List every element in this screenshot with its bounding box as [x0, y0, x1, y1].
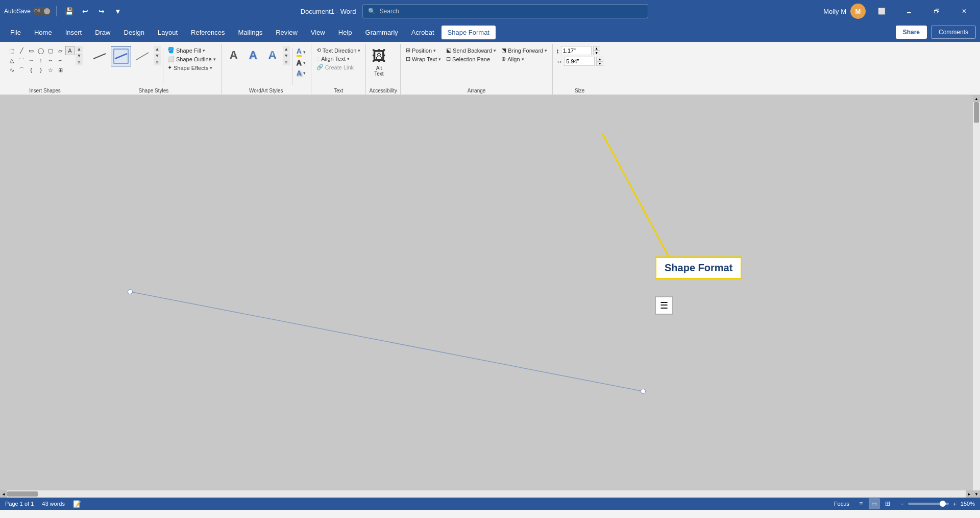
style-scroll-up[interactable]: ▲ [154, 46, 161, 52]
shape-outline-button[interactable]: ⬜ Shape Outline ▾ [165, 55, 218, 63]
shape-star-icon[interactable]: ☆ [46, 65, 55, 75]
comments-button[interactable]: Comments [931, 26, 976, 39]
wordart-scroll-more[interactable]: ≡ [283, 59, 290, 65]
share-button[interactable]: Share [896, 26, 927, 39]
create-link-button[interactable]: 🔗 Create Link [314, 63, 363, 72]
style-scroll-more[interactable]: ≡ [154, 59, 161, 65]
shape-fill-button[interactable]: 🪣 Shape Fill ▾ [165, 46, 218, 55]
menu-grammarly[interactable]: Grammarly [359, 26, 404, 39]
shape-more1-icon[interactable]: ▱ [56, 46, 65, 55]
style-scroll-down[interactable]: ▼ [154, 53, 161, 59]
shape-bracket-icon[interactable]: } [36, 65, 45, 75]
align-text-dropdown[interactable]: ▾ [347, 56, 350, 61]
align-dropdown[interactable]: ▾ [522, 57, 524, 62]
restore-down-icon[interactable]: ⬜ [870, 0, 893, 22]
shape-tri-icon[interactable]: △ [7, 56, 16, 65]
style-none[interactable] [89, 46, 110, 66]
scroll-right-button[interactable]: ► [966, 490, 973, 498]
scroll-up-button[interactable]: ▲ [973, 95, 980, 102]
wordart-style-2[interactable]: A [244, 46, 262, 64]
menu-acrobat[interactable]: Acrobat [405, 26, 440, 39]
height-input[interactable] [561, 46, 592, 55]
shape-expand-icon[interactable]: ⊞ [56, 65, 65, 75]
style-gray-line[interactable] [132, 46, 153, 66]
selection-pane-button[interactable]: ⊟ Selection Pane [444, 55, 498, 63]
menu-help[interactable]: Help [332, 26, 358, 39]
zoom-slider[interactable] [908, 503, 949, 505]
position-button[interactable]: ⊞ Position ▾ [404, 46, 443, 55]
wrap-text-button[interactable]: ⊡ Wrap Text ▾ [404, 55, 443, 63]
scroll-down-button[interactable]: ▼ [973, 490, 980, 498]
shape-brace2-icon[interactable]: { [27, 65, 36, 75]
user-avatar[interactable]: M [850, 4, 866, 19]
height-down-arrow[interactable]: ▼ [593, 51, 600, 55]
text-fill-button[interactable]: A ▾ [295, 46, 308, 58]
search-box[interactable]: 🔍 Search [362, 4, 648, 18]
line-endpoint-start[interactable] [128, 289, 133, 294]
text-effects-button[interactable]: A ▾ [295, 68, 308, 78]
shape-rect-icon[interactable]: ▭ [27, 46, 36, 55]
menu-references[interactable]: References [185, 26, 231, 39]
menu-view[interactable]: View [305, 26, 331, 39]
text-direction-button[interactable]: ⟲ Text Direction ▾ [314, 46, 363, 55]
menu-home[interactable]: Home [28, 26, 58, 39]
bring-forward-dropdown[interactable]: ▾ [545, 48, 547, 53]
text-outline-dropdown[interactable]: ▾ [303, 60, 306, 65]
shape-brace-icon[interactable]: ⌒ [17, 65, 26, 75]
menu-draw[interactable]: Draw [89, 26, 116, 39]
menu-review[interactable]: Review [270, 26, 304, 39]
line-endpoint-end[interactable] [641, 389, 646, 394]
autosave-pill[interactable]: Off [33, 7, 51, 15]
alt-text-button[interactable]: 🖼 AltText [369, 46, 388, 78]
vertical-scrollbar[interactable]: ▲ ▼ [973, 95, 980, 498]
width-down-arrow[interactable]: ▼ [596, 61, 603, 66]
scroll-track-horizontal[interactable] [7, 490, 966, 498]
shape-effects-dropdown[interactable]: ▾ [210, 65, 212, 70]
wrap-text-dropdown[interactable]: ▾ [438, 57, 441, 62]
horizontal-scrollbar[interactable]: ◄ ► [0, 490, 973, 498]
width-up-arrow[interactable]: ▲ [596, 57, 603, 61]
bring-forward-button[interactable]: ⬔ Bring Forward ▾ [499, 46, 549, 55]
text-direction-dropdown[interactable]: ▾ [358, 48, 360, 53]
menu-design[interactable]: Design [118, 26, 151, 39]
menu-file[interactable]: File [4, 26, 27, 39]
shape-curve-icon[interactable]: ⌒ [17, 56, 26, 65]
height-up-arrow[interactable]: ▲ [593, 46, 600, 51]
position-dropdown[interactable]: ▾ [433, 48, 436, 53]
shape-corner-icon[interactable]: ⌐ [56, 56, 65, 65]
scroll-thumb-vertical[interactable] [974, 102, 979, 123]
scroll-left-button[interactable]: ◄ [0, 490, 7, 498]
wordart-scroll-up[interactable]: ▲ [283, 46, 290, 52]
view-normal-button[interactable]: ≡ [855, 498, 867, 509]
shapes-scroll-down[interactable]: ▼ [76, 53, 83, 59]
save-icon[interactable]: 💾 [62, 4, 76, 18]
view-print-button[interactable]: ▭ [869, 498, 880, 509]
text-outline-button[interactable]: A ▾ [295, 58, 308, 68]
text-fill-dropdown[interactable]: ▾ [303, 50, 306, 55]
undo-icon[interactable]: ↩ [78, 4, 92, 18]
shape-outline-dropdown[interactable]: ▾ [213, 57, 216, 62]
shape-freeform-icon[interactable]: ∿ [7, 65, 16, 75]
menu-mailings[interactable]: Mailings [232, 26, 269, 39]
scroll-track-vertical[interactable] [973, 102, 980, 490]
wordart-style-3[interactable]: A [263, 46, 282, 64]
shapes-scroll-up[interactable]: ▲ [76, 46, 83, 52]
customize-icon[interactable]: ▼ [111, 4, 125, 18]
style-blue-line[interactable] [111, 46, 131, 66]
focus-label[interactable]: Focus [834, 501, 849, 507]
shape-oval-icon[interactable]: ◯ [36, 46, 45, 55]
shape-line-icon[interactable]: ╱ [17, 46, 26, 55]
send-backward-dropdown[interactable]: ▾ [494, 48, 496, 53]
shape-arrow-icon[interactable]: → [27, 56, 36, 65]
view-web-button[interactable]: ⊞ [882, 498, 893, 509]
menu-insert[interactable]: Insert [59, 26, 88, 39]
shape-fill-dropdown[interactable]: ▾ [203, 48, 205, 53]
shape-up-arrow-icon[interactable]: ↑ [36, 56, 45, 65]
wordart-scroll-down[interactable]: ▼ [283, 53, 290, 59]
shape-effects-button[interactable]: ✦ Shape Effects ▾ [165, 63, 218, 72]
text-effects-dropdown[interactable]: ▾ [303, 70, 306, 76]
maximize-button[interactable]: 🗗 [925, 0, 948, 22]
zoom-out-button[interactable]: － [899, 500, 905, 508]
autosave-toggle[interactable]: AutoSave Off [4, 7, 51, 15]
width-input[interactable] [564, 57, 595, 66]
